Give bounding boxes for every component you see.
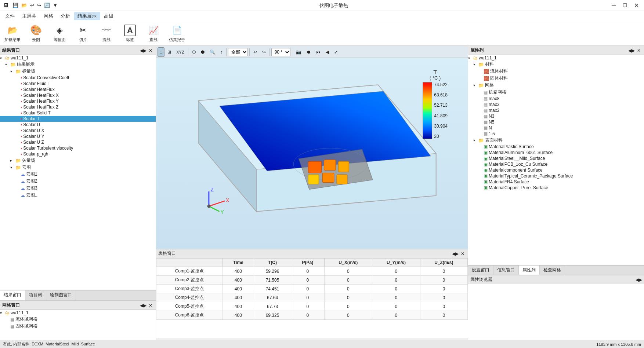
quick-access-more[interactable]: ▼ <box>53 3 58 8</box>
tree-item-sf7[interactable]: ▣ MaterialFR4 Surface <box>468 179 644 185</box>
view-select2-btn[interactable]: ⬢ <box>199 47 207 57</box>
table-row[interactable]: Comp5-监控点 400 67.73 0 0 0 0 <box>156 302 468 311</box>
tree-item-m3[interactable]: ▦ max3 <box>468 102 644 107</box>
toolbar-label[interactable]: A 标签 <box>120 23 140 44</box>
tree-item-sf1[interactable]: ▣ MaterialPlastic Surface <box>468 144 644 150</box>
tree-item-c3[interactable]: ☁ 云图3 <box>0 185 156 192</box>
tree-item-fluid_mat[interactable]: 🧱 流体材料 <box>468 68 644 75</box>
tree-item-m4[interactable]: ▦ max2 <box>468 107 644 113</box>
tree-item-material[interactable]: ▾ 📁 材料 <box>468 61 644 68</box>
tree-item-s1[interactable]: ▪ Scalar ConvectiveCoeff <box>0 75 156 81</box>
toolbar-isosurface[interactable]: ◈ 等值面 <box>50 23 69 44</box>
viewport-3d[interactable]: X Y Z T ( °C ) 74.522 63.618 52.713 <box>156 58 468 249</box>
close-button[interactable]: ✕ <box>632 2 641 9</box>
tab-project-tree[interactable]: 项目树 <box>25 290 46 300</box>
toolbar-load-results[interactable]: 📂 加载结果 <box>3 23 22 44</box>
prop-browser-expand[interactable]: ◀▶ <box>636 277 642 283</box>
view-select-btn[interactable]: ⬡ <box>190 47 198 57</box>
view-all-select[interactable]: 全部 <box>228 48 248 56</box>
tree-item-sf8[interactable]: ▣ MaterialCopper_Pure_Surface <box>468 185 644 191</box>
tree-item-s7[interactable]: ▪ Scalar Solid T <box>0 110 156 116</box>
view-expand-btn[interactable]: ⤢ <box>332 47 340 57</box>
view-axes-btn[interactable]: XYZ <box>174 47 186 57</box>
view-angle-select[interactable]: 90 ° 45 ° <box>271 48 290 56</box>
tree-item-m1[interactable]: ▦ 机箱网格 <box>468 89 644 96</box>
menu-mesh[interactable]: 网格 <box>40 12 57 20</box>
table-pin-button[interactable]: ◀▶ <box>452 251 458 257</box>
tab-info[interactable]: 信息窗口 <box>493 265 519 275</box>
quick-access-redo[interactable]: ↪ <box>37 3 41 8</box>
menu-file[interactable]: 文件 <box>1 12 18 20</box>
quick-access-open[interactable]: 📂 <box>21 3 27 8</box>
mesh-panel-close[interactable]: ✕ <box>148 303 153 308</box>
table-row[interactable]: Comp2-监控点 400 71.505 0 0 0 0 <box>156 276 468 285</box>
view-zoom-fit-btn[interactable]: 🔍 <box>207 47 217 57</box>
properties-tree[interactable]: ▾ 🗂 wu111_1 ▾ 📁 材料 🧱 流体材料 🧱 固体材料 ▾ 📁 网格 <box>468 55 644 265</box>
toolbar-slice[interactable]: ✂ 切片 <box>73 23 93 44</box>
tree-item-s3[interactable]: ▪ Scalar HeatFlux <box>0 87 156 92</box>
menu-results[interactable]: 结果展示 <box>74 12 100 20</box>
tree-item-s12[interactable]: ▪ Scalar U Z <box>0 139 156 145</box>
view-camera-btn[interactable]: 📷 <box>294 47 304 57</box>
tree-item-sf5[interactable]: ▣ Materialcomponent Surface <box>468 167 644 173</box>
view-probe-btn[interactable]: ↕ <box>218 47 225 57</box>
table-row[interactable]: Comp3-监控点 400 74.451 0 0 0 0 <box>156 285 468 293</box>
toolbar-report[interactable]: 📄 仿真报告 <box>167 23 187 44</box>
menu-analysis[interactable]: 分析 <box>57 12 74 20</box>
tree-item-solid_mat[interactable]: 🧱 固体材料 <box>468 75 644 82</box>
table-row[interactable]: Comp6-监控点 400 69.325 0 0 0 0 <box>156 311 468 320</box>
minimize-button[interactable]: ─ <box>609 2 618 9</box>
quick-access-save[interactable]: 💾 <box>12 3 18 8</box>
tree-item-s9[interactable]: ▪ Scalar U <box>0 122 156 128</box>
view-redo-btn[interactable]: ↪ <box>260 47 268 57</box>
tree-item-c4[interactable]: ☁ 云图... <box>0 192 156 199</box>
tree-item-s4[interactable]: ▪ Scalar HeatFlux X <box>0 92 156 98</box>
tree-item-s13[interactable]: ▪ Scalar Turbulent viscosity <box>0 145 156 151</box>
quick-access-undo[interactable]: ↩ <box>30 3 34 8</box>
maximize-button[interactable]: □ <box>621 2 629 9</box>
window-controls[interactable]: ─ □ ✕ <box>609 2 641 9</box>
tree-item-s11[interactable]: ▪ Scalar U Y <box>0 133 156 139</box>
prop-close-button[interactable]: ✕ <box>636 48 642 54</box>
tree-item-m7[interactable]: ▦ N <box>468 125 644 131</box>
tree-item-mesh_folder[interactable]: ▾ 📁 网格 <box>468 82 644 89</box>
tab-check-mesh[interactable]: 检查网格 <box>540 265 565 275</box>
toolbar-cloud[interactable]: 🎨 云图 <box>26 23 46 44</box>
tree-item-m6[interactable]: ▦ N5 <box>468 119 644 125</box>
tree-item-cloud_field[interactable]: ▾ 📁 云图 <box>0 164 156 171</box>
tab-results-window[interactable]: 结果窗口 <box>0 290 25 300</box>
tree-item-m5[interactable]: ▦ N3 <box>468 113 644 119</box>
tree-item-root[interactable]: ▾ 🗂 wu111_1 <box>0 55 156 61</box>
mesh-root[interactable]: ▾🗂wu111_1 <box>0 310 156 316</box>
toolbar-streamline[interactable]: 〰 流线 <box>97 23 116 44</box>
prop-pin-button[interactable]: ◀▶ <box>629 48 634 54</box>
results-tree[interactable]: ▾ 🗂 wu111_1 ▾ 📁 结果展示 ▾ 📁 标量场 ▪ Scalar Co… <box>0 55 156 290</box>
mesh-item[interactable]: ▦流体域网格 <box>0 316 156 323</box>
tree-item-c2[interactable]: ☁ 云图2 <box>0 178 156 185</box>
mesh-item[interactable]: ▦固体域网格 <box>0 323 156 330</box>
tree-item-s6[interactable]: ▪ Scalar HeatFlux Z <box>0 104 156 110</box>
panel-close-button[interactable]: ✕ <box>148 48 153 54</box>
tree-item-s5[interactable]: ▪ Scalar HeatFlux Y <box>0 98 156 104</box>
table-container[interactable]: Time T(C) P(Pa) U_X(m/s) U_Y(m/s) U_Z(m/… <box>156 258 468 338</box>
mesh-panel-pin[interactable]: ◀▶ <box>140 303 146 308</box>
menu-advanced[interactable]: 高级 <box>100 12 117 20</box>
tab-settings[interactable]: 设置窗口 <box>468 265 493 275</box>
tree-item-s8[interactable]: ▪ Scalar T <box>0 116 156 122</box>
tree-item-sf2[interactable]: ▣ MaterialAluminum_6061 Surface <box>468 150 644 155</box>
tree-item-vector_field[interactable]: ▸ 📁 矢量场 <box>0 157 156 164</box>
tree-item-sf6[interactable]: ▣ MaterialTypical_Ceramic_Package Surfac… <box>468 173 644 179</box>
view-box-btn[interactable]: □ <box>158 47 164 57</box>
view-undo-btn[interactable]: ↩ <box>251 47 259 57</box>
tree-item-s10[interactable]: ▪ Scalar U X <box>0 128 156 133</box>
panel-pin-button[interactable]: ◀▶ <box>140 48 146 54</box>
tree-item-sf4[interactable]: ▣ MaterialPCB_1oz_Cu Surface <box>468 161 644 167</box>
tree-item-surface_folder[interactable]: ▾ 📁 表面材料 <box>468 137 644 144</box>
tree-item-m8[interactable]: ▦ 1.5 <box>468 131 644 137</box>
tab-draw-window[interactable]: 绘制图窗口 <box>46 290 76 300</box>
view-grid-btn[interactable]: ⊞ <box>165 47 173 57</box>
tree-item-s2[interactable]: ▪ Scalar Fluid T <box>0 81 156 87</box>
tree-item-s14[interactable]: ▪ Scalar p_rgh <box>0 151 156 157</box>
tree-item-m2[interactable]: ▦ max8 <box>468 96 644 102</box>
toolbar-line[interactable]: 📈 直线 <box>144 23 163 44</box>
